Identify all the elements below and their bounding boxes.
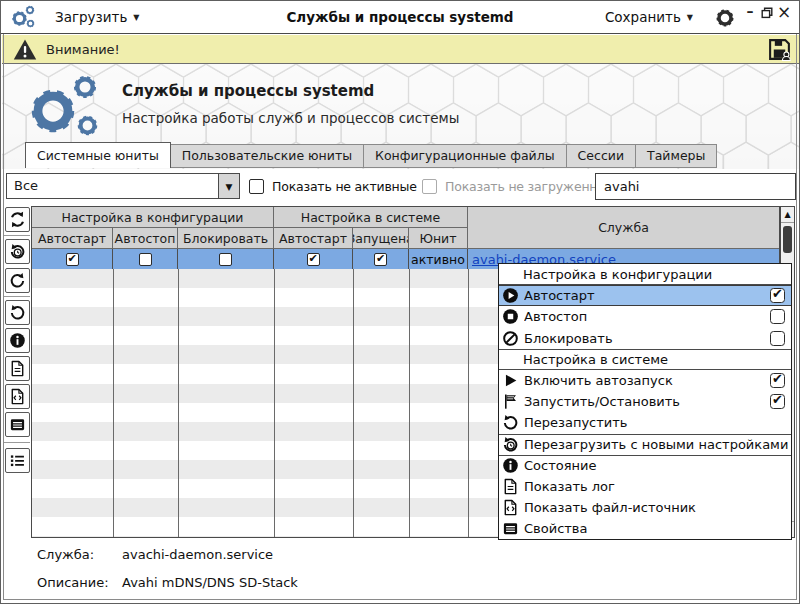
- tab-system-units[interactable]: Системные юниты: [25, 142, 171, 168]
- restart-counterclockwise-icon: [9, 304, 26, 321]
- reload-history-icon: [9, 243, 26, 260]
- combobox-value: Все: [14, 174, 38, 198]
- restart-clockwise-icon: [9, 272, 26, 289]
- list-icon: [9, 452, 26, 469]
- column-header-system-running: Запущена: [353, 228, 409, 249]
- menu-item-start-stop[interactable]: Запустить/Остановить: [499, 391, 791, 412]
- menu-header-config: Настройка в конфигурации: [499, 264, 791, 285]
- tab-sessions[interactable]: Сессии: [567, 144, 636, 168]
- info-icon: [9, 332, 26, 349]
- system-autostart-checkbox[interactable]: [307, 253, 320, 266]
- close-button[interactable]: ×: [776, 3, 792, 23]
- tab-timers[interactable]: Таймеры: [636, 144, 717, 168]
- warning-bar: Внимание!: [2, 35, 800, 64]
- properties-icon: [502, 520, 519, 537]
- menu-header-system: Настройка в системе: [499, 349, 791, 370]
- prohibit-icon: [502, 330, 519, 347]
- group-header-system: Настройка в системе: [274, 207, 468, 228]
- menu-item-restart[interactable]: Перезапустить: [499, 412, 791, 433]
- menu-item-properties[interactable]: Свойства: [499, 518, 791, 539]
- tab-config-files[interactable]: Конфигурационные файлы: [364, 144, 567, 168]
- sidebar-separator: [3, 235, 30, 236]
- menu-start-stop-checkbox[interactable]: [770, 394, 785, 409]
- tab-user-units[interactable]: Пользовательские юниты: [171, 144, 364, 168]
- source-file-icon: [9, 388, 26, 405]
- chevron-down-icon: ▼: [226, 182, 233, 192]
- restart-cw-button[interactable]: [5, 268, 30, 293]
- menu-item-reload-settings[interactable]: Перезагрузить с новыми настройками: [499, 434, 791, 455]
- service-label: Служба:: [37, 547, 94, 562]
- menu-item-show-source[interactable]: Показать файл-источник: [499, 497, 791, 518]
- unit-scope-combobox[interactable]: Все ▼: [6, 173, 240, 199]
- sidebar-separator: [3, 442, 30, 443]
- table-row-cell[interactable]: [353, 249, 409, 269]
- app-gears-logo: [28, 74, 114, 138]
- menu-autostop-checkbox[interactable]: [770, 309, 785, 324]
- settings-gear-icon[interactable]: [715, 8, 735, 28]
- minimize-button[interactable]: –: [743, 2, 757, 22]
- config-autostart-checkbox[interactable]: [66, 253, 79, 266]
- config-autostop-checkbox[interactable]: [139, 253, 152, 266]
- play-icon: [502, 372, 519, 389]
- save-file-icon[interactable]: [767, 37, 792, 62]
- menu-item-block[interactable]: Блокировать: [499, 328, 791, 349]
- description-label: Описание:: [37, 575, 109, 590]
- restart-ccw-button[interactable]: [5, 300, 30, 325]
- restart-icon: [502, 414, 519, 431]
- show-inactive-filter: Показать не активные: [249, 176, 417, 196]
- column-header-config-autostop: Автостоп: [113, 228, 178, 249]
- group-header-config: Настройка в конфигурации: [32, 207, 274, 228]
- show-unloaded-filter: Показать не загруженные: [422, 176, 615, 196]
- app-window: Загрузить▼ Службы и процессы systemd Сох…: [0, 0, 800, 604]
- properties-icon: [9, 416, 26, 433]
- table-row-cell[interactable]: [32, 249, 113, 269]
- table-row-cell[interactable]: [178, 249, 274, 269]
- column-header-service: Служба: [468, 207, 779, 249]
- page-subtitle: Настройка работы служб и процессов систе…: [122, 110, 459, 126]
- show-unloaded-checkbox[interactable]: [422, 179, 437, 194]
- properties-button[interactable]: [5, 412, 30, 437]
- table-row-cell[interactable]: [113, 249, 178, 269]
- menu-item-autostop[interactable]: Автостоп: [499, 306, 791, 327]
- menu-block-checkbox[interactable]: [770, 331, 785, 346]
- circle-stop-icon: [502, 308, 519, 325]
- service-value: avachi-daemon.service: [122, 547, 273, 562]
- warning-triangle-icon: [13, 38, 37, 61]
- warning-text: Внимание!: [46, 35, 120, 64]
- menu-item-status[interactable]: Состояние: [499, 455, 791, 476]
- refresh-button[interactable]: [5, 207, 30, 232]
- log-icon: [502, 478, 519, 495]
- menu-enable-autostart-checkbox[interactable]: [770, 373, 785, 388]
- menu-autostart-checkbox[interactable]: [770, 288, 785, 303]
- log-icon: [9, 360, 26, 377]
- status-button[interactable]: [5, 328, 30, 353]
- search-input[interactable]: [595, 173, 796, 200]
- column-header-system-autostart: Автостарт: [274, 228, 353, 249]
- maximize-button[interactable]: [761, 7, 773, 19]
- context-menu: Настройка в конфигурации Автостарт Автос…: [498, 263, 792, 540]
- scroll-up-icon[interactable]: ▲: [781, 207, 794, 223]
- circle-play-icon: [502, 287, 519, 304]
- menu-item-autostart[interactable]: Автостарт: [499, 285, 791, 306]
- column-header-config-autostart: Автостарт: [32, 228, 113, 249]
- show-inactive-checkbox[interactable]: [249, 179, 264, 194]
- reload-history-button[interactable]: [5, 239, 30, 264]
- show-log-button[interactable]: [5, 356, 30, 381]
- unit-state-cell: активно: [409, 249, 468, 269]
- system-running-checkbox[interactable]: [374, 253, 387, 266]
- save-menu-button[interactable]: Сохранить▼: [605, 1, 693, 34]
- column-header-unit: Юнит: [409, 228, 468, 249]
- refresh-icon: [9, 211, 26, 228]
- source-file-icon: [502, 499, 519, 516]
- scrollbar-thumb[interactable]: [783, 226, 792, 253]
- tab-bar: Системные юниты Пользовательские юниты К…: [25, 142, 717, 168]
- title-bar: Загрузить▼ Службы и процессы systemd Сох…: [1, 1, 799, 34]
- list-button[interactable]: [5, 448, 30, 473]
- config-block-checkbox[interactable]: [219, 253, 232, 266]
- menu-item-show-log[interactable]: Показать лог: [499, 476, 791, 497]
- description-value: Avahi mDNS/DNS SD-Stack: [122, 575, 298, 590]
- show-source-button[interactable]: [5, 384, 30, 409]
- table-row-cell[interactable]: [274, 249, 353, 269]
- combobox-arrow-button[interactable]: ▼: [218, 174, 239, 198]
- menu-item-enable-autostart[interactable]: Включить автозапуск: [499, 370, 791, 391]
